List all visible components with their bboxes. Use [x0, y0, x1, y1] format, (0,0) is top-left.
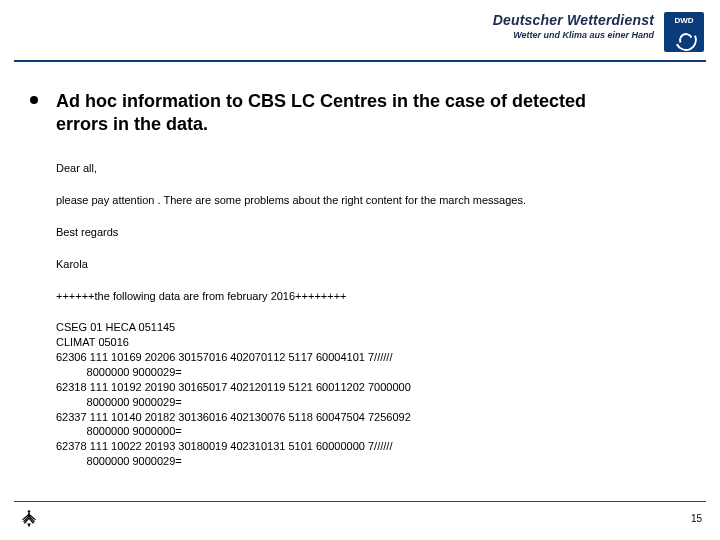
bullet-icon	[30, 96, 38, 104]
slide-title: Ad hoc information to CBS LC Centres in …	[56, 90, 616, 137]
paragraph: ++++++the following data are from februa…	[56, 289, 700, 305]
brand-subtitle: Wetter und Klima aus einer Hand	[493, 30, 654, 40]
paragraph: Best regards	[56, 225, 700, 241]
slide: Deutscher Wetterdienst Wetter und Klima …	[0, 0, 720, 540]
paragraph: please pay attention . There are some pr…	[56, 193, 700, 209]
body-text: Dear all, please pay attention . There a…	[56, 161, 700, 469]
bullet-row: Ad hoc information to CBS LC Centres in …	[30, 90, 700, 137]
svg-point-0	[28, 510, 31, 513]
footer: 15	[18, 506, 702, 530]
footer-rule	[14, 501, 706, 502]
dwd-logo-icon: DWD	[664, 12, 704, 52]
eagle-icon	[18, 507, 40, 529]
brand-title: Deutscher Wetterdienst	[493, 12, 654, 28]
page-number: 15	[691, 513, 702, 524]
swirl-icon	[672, 27, 696, 49]
dwd-logo-label: DWD	[674, 16, 693, 25]
data-block: CSEG 01 HECA 051145 CLIMAT 05016 62306 1…	[56, 320, 700, 468]
header-rule	[14, 60, 706, 62]
paragraph: Karola	[56, 257, 700, 273]
brand-block: Deutscher Wetterdienst Wetter und Klima …	[493, 12, 704, 52]
brand-text: Deutscher Wetterdienst Wetter und Klima …	[493, 12, 654, 40]
content-area: Ad hoc information to CBS LC Centres in …	[30, 90, 700, 469]
header: Deutscher Wetterdienst Wetter und Klima …	[0, 0, 720, 62]
paragraph: Dear all,	[56, 161, 700, 177]
